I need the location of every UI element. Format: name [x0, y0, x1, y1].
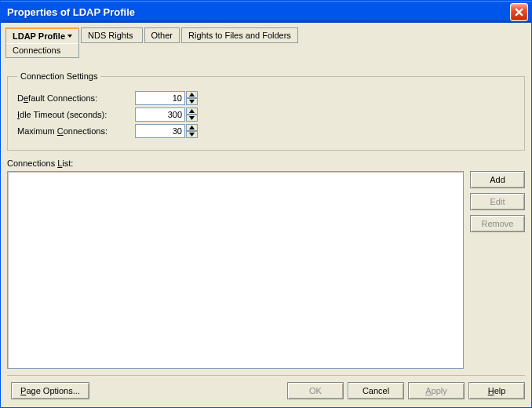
spin-up-button[interactable] [186, 91, 198, 98]
idle-timeout-input[interactable] [135, 107, 185, 122]
default-connections-input[interactable] [135, 91, 185, 105]
tab-other[interactable]: Other [144, 27, 180, 43]
connections-list-area: Add Edit Remove [7, 171, 525, 369]
remove-button[interactable]: Remove [470, 215, 525, 232]
edit-button[interactable]: Edit [470, 193, 525, 210]
connections-list-label: Connections List: [7, 158, 525, 168]
connection-settings-group: Connection Settings Default Connections:… [7, 71, 525, 151]
ok-button[interactable]: OK [287, 382, 344, 399]
group-legend: Connection Settings [17, 71, 100, 81]
window-title: Properties of LDAP Profile [7, 6, 135, 18]
properties-dialog: Properties of LDAP Profile LDAP Profile … [0, 0, 532, 408]
spin-up-button[interactable] [186, 124, 198, 131]
chevron-up-icon [189, 93, 195, 97]
chevron-down-icon [189, 116, 195, 120]
chevron-up-icon [189, 126, 195, 129]
max-connections-spinner [135, 124, 198, 138]
max-connections-label: Maximum Connections: [17, 126, 135, 136]
tab-label: LDAP Profile [13, 31, 65, 41]
list-buttons: Add Edit Remove [470, 171, 525, 369]
row-max-connections: Maximum Connections: [17, 124, 515, 138]
chevron-up-icon [189, 109, 195, 113]
tab-label: Rights to Files and Folders [188, 31, 291, 40]
tab-bar: LDAP Profile Connections NDS Rights Othe… [1, 23, 531, 58]
spin-down-button[interactable] [186, 98, 198, 105]
tab-content: Connection Settings Default Connections:… [7, 71, 525, 376]
page-options-button[interactable]: Page Options... [11, 382, 89, 399]
max-connections-input[interactable] [135, 124, 185, 138]
connections-listbox[interactable] [7, 171, 464, 369]
help-button[interactable]: Help [468, 382, 525, 399]
tab-label: Other [151, 31, 173, 40]
client-area: LDAP Profile Connections NDS Rights Othe… [1, 23, 531, 407]
tab-ldap-profile[interactable]: LDAP Profile Connections [5, 27, 79, 58]
cancel-button[interactable]: Cancel [348, 382, 404, 399]
chevron-down-icon [189, 133, 195, 137]
tab-rights-files[interactable]: Rights to Files and Folders [181, 27, 298, 43]
close-icon [515, 8, 523, 16]
spin-down-button[interactable] [186, 115, 198, 122]
chevron-down-icon [67, 35, 72, 38]
default-connections-label: Default Connections: [17, 93, 135, 103]
tab-label: NDS Rights [88, 31, 133, 40]
row-idle-timeout: Idle Timeout (seconds): [17, 107, 515, 122]
spin-up-button[interactable] [186, 107, 198, 115]
tab-nds-rights[interactable]: NDS Rights [81, 27, 142, 43]
close-button[interactable] [510, 3, 528, 21]
spin-down-button[interactable] [186, 131, 198, 138]
default-connections-spinner [135, 91, 198, 105]
chevron-down-icon [189, 100, 195, 104]
titlebar[interactable]: Properties of LDAP Profile [1, 1, 531, 23]
subtab-connections[interactable]: Connections [6, 43, 78, 57]
add-button[interactable]: Add [470, 171, 525, 188]
idle-timeout-spinner [135, 107, 198, 122]
idle-timeout-label: Idle Timeout (seconds): [17, 110, 135, 119]
apply-button[interactable]: Apply [408, 382, 465, 399]
dialog-buttons: Page Options... OK Cancel Apply Help [7, 375, 525, 401]
row-default-connections: Default Connections: [17, 91, 515, 105]
